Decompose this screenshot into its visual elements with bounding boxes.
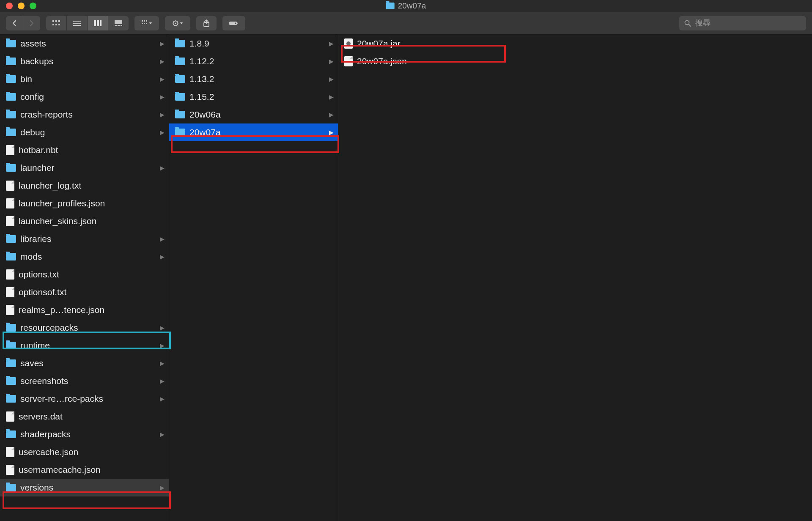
file-row[interactable]: 20w06a▶: [169, 106, 338, 123]
back-button[interactable]: [6, 16, 23, 30]
chevron-right-icon: ▶: [159, 129, 165, 136]
arrange-button[interactable]: [134, 16, 159, 30]
file-row[interactable]: mods▶: [0, 248, 169, 266]
file-icon: [6, 287, 14, 297]
forward-button[interactable]: [23, 16, 40, 30]
file-row[interactable]: config▶: [0, 88, 169, 106]
file-row-label: 1.15.2: [189, 92, 324, 102]
toolbar: [0, 12, 812, 35]
titlebar: 20w07a: [0, 0, 812, 12]
window-title-text: 20w07a: [398, 1, 426, 11]
list-view-button[interactable]: [66, 16, 87, 30]
file-row-label: backups: [20, 56, 155, 66]
file-icon: [6, 145, 14, 155]
column-3[interactable]: 20w07a.jar20w07a.json: [338, 35, 812, 521]
file-row-label: 1.12.2: [189, 56, 324, 66]
file-row[interactable]: crash-reports▶: [0, 106, 169, 123]
file-row[interactable]: resourcepacks▶: [0, 319, 169, 337]
file-row-label: mods: [20, 252, 155, 262]
file-row[interactable]: versions▶: [0, 479, 169, 496]
file-row-label: resourcepacks: [20, 323, 155, 333]
column-2[interactable]: 1.8.9▶1.12.2▶1.13.2▶1.15.2▶20w06a▶20w07a…: [169, 35, 338, 521]
close-window-button[interactable]: [6, 3, 13, 9]
file-row[interactable]: 1.13.2▶: [169, 70, 338, 88]
file-row[interactable]: 1.8.9▶: [169, 35, 338, 52]
file-row-label: assets: [20, 38, 155, 49]
file-row[interactable]: options.txt: [0, 266, 169, 283]
file-row[interactable]: servers.dat: [0, 408, 169, 425]
folder-icon: [6, 235, 16, 243]
folder-icon: [175, 93, 185, 101]
file-row-label: config: [20, 92, 155, 102]
gallery-view-button[interactable]: [108, 16, 129, 30]
svg-rect-18: [146, 20, 147, 22]
file-row[interactable]: usernamecache.json: [0, 461, 169, 479]
file-row-label: 20w07a.jar: [357, 38, 798, 49]
tags-button[interactable]: [222, 16, 245, 30]
file-row[interactable]: launcher_log.txt: [0, 177, 169, 195]
icon-view-button[interactable]: [46, 16, 66, 30]
svg-rect-5: [58, 24, 60, 25]
file-icon: [6, 198, 14, 208]
column-view-button[interactable]: [87, 16, 108, 30]
folder-icon: [6, 164, 16, 172]
file-row[interactable]: libraries▶: [0, 230, 169, 248]
file-row[interactable]: debug▶: [0, 123, 169, 141]
file-row[interactable]: launcher▶: [0, 159, 169, 177]
column-browser: assets▶backups▶bin▶config▶crash-reports▶…: [0, 35, 812, 521]
file-row-label: screenshots: [20, 376, 155, 386]
svg-rect-9: [94, 20, 96, 26]
file-row-label: launcher_profiles.json: [19, 198, 155, 208]
file-row[interactable]: 20w07a.jar: [338, 35, 812, 52]
chevron-right-icon: ▶: [159, 93, 165, 100]
file-row-label: runtime: [20, 340, 155, 351]
chevron-right-icon: ▶: [159, 324, 165, 331]
file-row-label: 1.13.2: [189, 74, 324, 84]
file-row[interactable]: launcher_profiles.json: [0, 195, 169, 212]
search-icon: [684, 20, 691, 27]
file-row[interactable]: realms_p…tence.json: [0, 301, 169, 319]
search-input[interactable]: [695, 19, 801, 27]
file-row-label: launcher_skins.json: [19, 216, 155, 226]
svg-line-27: [689, 24, 691, 26]
file-row[interactable]: assets▶: [0, 35, 169, 52]
file-icon: [6, 411, 14, 422]
folder-icon: [6, 111, 16, 118]
file-row[interactable]: saves▶: [0, 354, 169, 372]
file-row[interactable]: launcher_skins.json: [0, 212, 169, 230]
minimize-window-button[interactable]: [18, 3, 25, 9]
svg-rect-21: [146, 23, 147, 24]
file-row-label: usercache.json: [19, 447, 155, 457]
file-row-label: launcher: [20, 163, 155, 173]
file-row[interactable]: 20w07a.json: [338, 52, 812, 70]
file-row[interactable]: 20w07a▶: [169, 123, 338, 141]
file-row-label: 1.8.9: [189, 38, 324, 49]
file-icon: [6, 305, 14, 315]
action-button[interactable]: [165, 16, 190, 30]
file-row[interactable]: server-re…rce-packs▶: [0, 390, 169, 408]
file-row[interactable]: optionsof.txt: [0, 283, 169, 301]
file-row[interactable]: usercache.json: [0, 443, 169, 461]
file-row[interactable]: bin▶: [0, 70, 169, 88]
file-row[interactable]: screenshots▶: [0, 372, 169, 390]
file-row[interactable]: 1.15.2▶: [169, 88, 338, 106]
file-row[interactable]: backups▶: [0, 52, 169, 70]
zoom-window-button[interactable]: [30, 3, 36, 9]
file-row[interactable]: hotbar.nbt: [0, 141, 169, 159]
file-row-label: options.txt: [19, 269, 155, 280]
file-row[interactable]: shaderpacks▶: [0, 425, 169, 443]
file-icon: [344, 56, 353, 66]
chevron-right-icon: ▶: [159, 253, 165, 260]
svg-rect-14: [118, 25, 120, 26]
file-icon: [6, 269, 14, 280]
column-1[interactable]: assets▶backups▶bin▶config▶crash-reports▶…: [0, 35, 169, 521]
svg-rect-16: [142, 20, 143, 22]
file-row[interactable]: 1.12.2▶: [169, 52, 338, 70]
search-field[interactable]: [679, 16, 806, 30]
share-button[interactable]: [196, 16, 217, 30]
file-row[interactable]: runtime▶: [0, 337, 169, 354]
nav-back-forward: [6, 16, 40, 30]
file-row-label: shaderpacks: [20, 429, 155, 439]
folder-icon: [6, 342, 16, 349]
chevron-right-icon: ▶: [159, 342, 165, 349]
